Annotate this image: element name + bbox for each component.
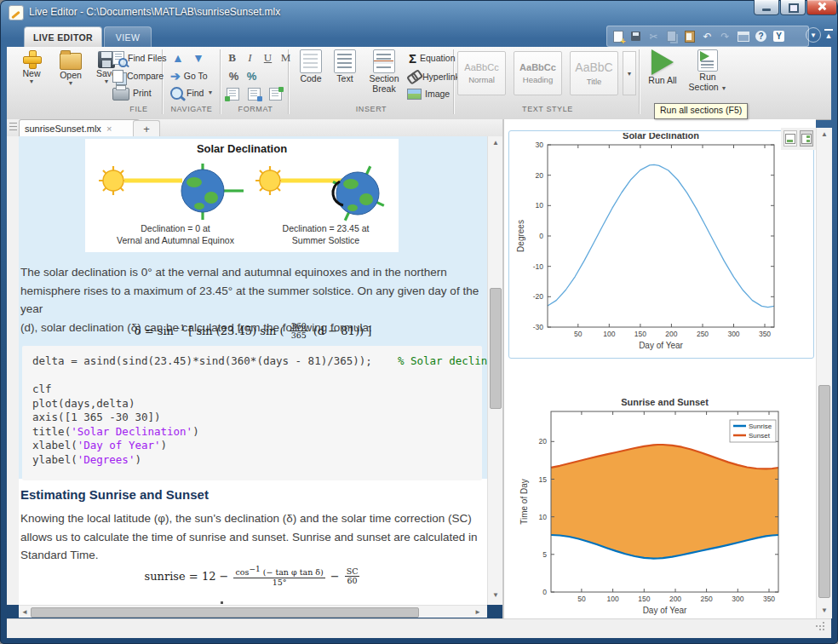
search-icon [170,87,183,100]
find-files-button[interactable]: Find Files [112,50,167,66]
comment-button[interactable]: % [227,70,241,83]
tab-live-editor[interactable]: LIVE EDITOR [24,26,102,48]
go-to-button[interactable]: ➔ Go To [170,68,208,83]
scroll-down-icon[interactable]: ▼ [817,607,832,614]
new-document-tab[interactable]: + [133,120,160,137]
style-title-button[interactable]: AaBbC Title [570,51,618,95]
resize-grip[interactable] [816,625,818,627]
open-button[interactable]: Open▼ [55,49,86,86]
code-line[interactable]: axis([1 365 -30 30]) [32,411,472,425]
style-heading-button[interactable]: AaBbCc Heading [514,51,562,95]
tab-close-icon[interactable]: × [106,124,112,134]
tab-view[interactable]: VIEW [104,26,152,48]
document-tab-label: sunriseSunset.mlx [25,124,101,134]
insert-hyperlink-button[interactable]: Hyperlink [407,69,460,84]
svg-text:-10: -10 [533,262,544,271]
code-line[interactable]: delta = asind(sind(23.45)*sind(360*(days… [32,354,472,369]
italic-button[interactable]: I [243,51,257,65]
scroll-left-icon[interactable]: ◄ [20,608,29,616]
style-gallery-dropdown[interactable]: ▼ [623,51,636,95]
paragraph-2[interactable]: Knowing the local latitude (φ), the sun'… [20,509,485,565]
illustration-title: Solar Declination [85,142,399,155]
quick-access-dropdown-icon[interactable]: ▼ [806,27,821,43]
close-icon [818,3,825,10]
style-normal-button[interactable]: AaBbCc Normal [457,51,506,95]
output-vertical-scrollbar[interactable]: ▲ ▼ [816,128,832,618]
community-icon[interactable]: Y [771,29,787,43]
scrollbar-thumb[interactable] [31,607,419,618]
quick-access-toolbar: ✂ ↶ ↷ ? Y [606,26,809,47]
help-icon[interactable]: ? [753,29,769,43]
cut-icon[interactable]: ✂ [646,29,662,43]
svg-text:350: 350 [759,330,771,338]
uncomment-button[interactable]: % [244,70,259,83]
hyperlink-chain-icon [406,71,420,83]
indent-left-icon[interactable] [269,88,282,101]
scrollbar-thumb[interactable] [818,385,830,598]
insert-equation-button[interactable]: Σ Equation [409,50,455,66]
close-button[interactable] [806,0,837,15]
scrollbar-thumb[interactable] [490,288,502,409]
sidebar-toggle-icon[interactable] [9,123,17,132]
svg-text:150: 150 [638,595,650,603]
insert-text-button[interactable]: Text [330,49,359,83]
indent-right-icon[interactable] [248,88,261,101]
code-line[interactable]: plot(days,delta) [32,397,472,411]
run-section-button[interactable]: Run Section ▼ [685,49,731,92]
paste-icon[interactable] [681,29,697,43]
new-button[interactable]: New▼ [16,49,47,84]
undo-icon[interactable]: ↶ [699,29,715,43]
output-inline-button[interactable] [783,130,797,147]
copy-icon[interactable] [663,29,680,43]
sunrise-formula[interactable]: sunrise = 12 − cos−1 (− tan φ tan δ)15° … [19,561,487,591]
bold-button[interactable]: B [225,51,239,65]
underline-button[interactable]: U [261,51,275,65]
section-heading[interactable]: Estimating Sunrise and Sunset [20,487,209,502]
insert-section-break-button[interactable]: Section Break [363,49,405,94]
save-icon[interactable] [628,29,644,43]
title-bar[interactable]: Live Editor - C:\Documents\MATLAB\sunris… [0,0,838,24]
smart-indent-icon[interactable] [227,88,239,101]
code-line[interactable] [32,369,472,383]
svg-text:Sunrise and Sunset: Sunrise and Sunset [621,397,709,407]
new-icon [22,49,41,68]
code-block[interactable]: delta = asind(sind(23.45)*sind(360*(days… [22,346,482,480]
document-tab-active[interactable]: sunriseSunset.mlx × [19,119,140,137]
figure-sunrise-sunset[interactable]: Sunrise and Sunset5010015020025030035005… [511,373,812,620]
print-button[interactable]: Print [112,85,152,101]
editor-left-gutter [7,136,20,605]
code-line[interactable]: clf [32,382,472,397]
document-horizontal-scrollbar[interactable]: ◄ ► [19,605,487,618]
find-button[interactable]: Find▼ [170,85,213,101]
navigate-down-button[interactable]: ▼ [192,50,204,66]
scroll-up-icon[interactable]: ▲ [488,139,503,147]
monospace-button[interactable]: M [278,51,293,65]
scroll-right-icon[interactable]: ► [474,608,482,616]
compare-button[interactable]: Compare [112,68,164,83]
ribbon-collapse-icon[interactable]: ▲ [823,27,835,41]
redo-icon[interactable]: ↷ [717,29,733,43]
code-line[interactable]: ylabel('Degrees') [32,453,472,468]
insert-image-button[interactable]: Image [407,86,450,101]
svg-text:50: 50 [574,330,583,338]
code-line[interactable]: title('Solar Declination') [32,425,472,440]
insert-code-button[interactable]: Code [295,49,327,83]
document-vertical-scrollbar[interactable]: ▲ ▼ [487,136,503,605]
code-line[interactable]: xlabel('Day of Year') [32,439,472,453]
svg-text:Sunset: Sunset [749,432,771,440]
maximize-button[interactable] [780,0,806,15]
dock-window-icon[interactable] [735,29,751,43]
output-right-button[interactable] [800,130,813,147]
figure-solar-declination[interactable]: Solar Declination50100150200250300350-30… [510,133,810,356]
window-title: Live Editor - C:\Documents\MATLAB\sunris… [29,6,280,18]
svg-text:-20: -20 [533,292,544,301]
scroll-up-icon[interactable]: ▲ [817,130,832,138]
group-separator [220,49,221,114]
minimize-button[interactable] [754,0,779,15]
svg-text:100: 100 [607,595,619,603]
scroll-down-icon[interactable]: ▼ [488,591,503,599]
new-script-icon[interactable] [610,29,626,43]
navigate-up-button[interactable]: ▲ [172,50,184,66]
declination-formula[interactable]: δ = sin−1 [ sin (23.45) sin ( 360365 (d … [19,319,487,342]
run-all-button[interactable]: Run All [644,49,681,85]
